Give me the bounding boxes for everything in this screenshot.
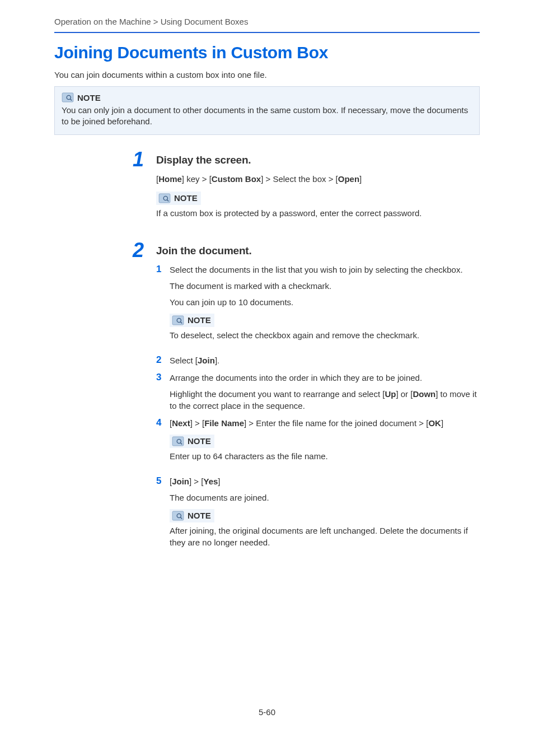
note-body-text: To deselect, select the checkbox again a… — [170, 329, 480, 341]
step-number: 2 — [133, 240, 152, 260]
header-divider — [54, 32, 480, 33]
note-body-text: If a custom box is protected by a passwo… — [156, 207, 480, 219]
note-inline: NOTE If a custom box is protected by a p… — [156, 192, 480, 219]
intro-text: You can join documents within a custom b… — [54, 70, 480, 80]
note-body-text: You can only join a document to other do… — [62, 105, 472, 128]
substep-number: 4 — [156, 417, 170, 428]
note-icon — [158, 193, 171, 203]
note-label: NOTE — [188, 436, 211, 446]
substep-text: Highlight the document you want to rearr… — [170, 388, 480, 412]
note-box: NOTE You can only join a document to oth… — [54, 86, 480, 135]
note-icon — [62, 92, 74, 102]
substep-text: Select the documents in the list that yo… — [170, 264, 480, 276]
substep-text: Arrange the documents into the order in … — [170, 372, 480, 384]
step-number: 1 — [133, 150, 152, 170]
note-body-text: Enter up to 64 characters as the file na… — [170, 450, 480, 462]
note-label: NOTE — [188, 315, 211, 325]
note-label: NOTE — [188, 511, 211, 520]
note-icon — [172, 511, 184, 521]
step-heading: Display the screen. — [156, 154, 480, 166]
substep-number: 5 — [156, 475, 170, 487]
breadcrumb: Operation on the Machine > Using Documen… — [54, 17, 480, 26]
substep-text: [Join] > [Yes] — [170, 475, 480, 487]
note-icon — [172, 436, 184, 446]
substep-5: 5 [Join] > [Yes] The documents are joine… — [156, 475, 480, 556]
note-icon — [172, 315, 184, 325]
note-inline: NOTE Enter up to 64 characters as the fi… — [170, 435, 480, 462]
note-body-text: After joining, the original documents ar… — [170, 525, 480, 548]
note-label: NOTE — [174, 193, 198, 203]
substep-text: You can join up to 10 documents. — [170, 296, 480, 308]
note-inline: NOTE After joining, the original documen… — [170, 509, 480, 548]
substep-text: Select [Join]. — [170, 354, 480, 366]
substep-number: 3 — [156, 372, 170, 383]
substep-text: [Next] > [File Name] > Enter the file na… — [170, 417, 480, 429]
substep-3: 3 Arrange the documents into the order i… — [156, 372, 480, 412]
substep-4: 4 [Next] > [File Name] > Enter the file … — [156, 417, 480, 470]
substep-number: 1 — [156, 264, 170, 275]
page-title: Joining Documents in Custom Box — [54, 43, 480, 62]
substep-1: 1 Select the documents in the list that … — [156, 264, 480, 349]
page-number: 5-60 — [54, 707, 480, 717]
substep-text: The documents are joined. — [170, 492, 480, 503]
note-inline: NOTE To deselect, select the checkbox ag… — [170, 314, 480, 341]
substep-2: 2 Select [Join]. — [156, 354, 480, 366]
substep-text: The document is marked with a checkmark. — [170, 280, 480, 292]
note-label: NOTE — [77, 93, 101, 102]
step-heading: Join the document. — [156, 245, 480, 257]
substep-number: 2 — [156, 354, 170, 366]
step-2: 2 Join the document. 1 Select the docume… — [133, 242, 480, 562]
step-navigation-path: [Home] key > [Custom Box] > Select the b… — [156, 173, 480, 185]
step-1: 1 Display the screen. [Home] key > [Cust… — [133, 152, 480, 227]
